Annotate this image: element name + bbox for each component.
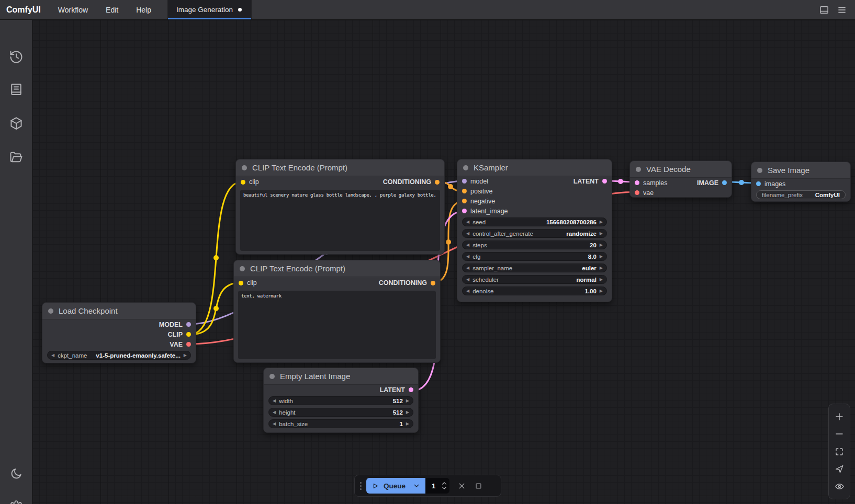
increment-arrow-icon[interactable]: ▶ <box>600 220 603 224</box>
increment-arrow-icon[interactable]: ▶ <box>600 243 603 247</box>
node-title-bar[interactable]: Empty Latent Image <box>264 368 418 385</box>
latent-output-dot[interactable] <box>409 387 413 392</box>
drag-handle-icon[interactable] <box>360 482 362 490</box>
conditioning-output-dot[interactable] <box>431 281 435 285</box>
node-title-bar[interactable]: VAE Decode <box>630 161 732 178</box>
widget-sampler-name[interactable]: ◀sampler_nameeuler▶ <box>462 264 607 272</box>
model-input-dot[interactable] <box>462 179 467 184</box>
widget-height[interactable]: ◀height512▶ <box>268 408 413 417</box>
increment-arrow-icon[interactable]: ▶ <box>600 266 603 270</box>
queue-button[interactable]: Queue <box>366 478 425 494</box>
batch-count-input[interactable]: 1 <box>425 478 449 494</box>
node-clip-text-encode-negative[interactable]: CLIP Text Encode (Prompt) clip CONDITION… <box>233 260 441 363</box>
vae-input-dot[interactable] <box>635 190 639 195</box>
prompt-textarea[interactable]: beautiful scenery nature glass bottle la… <box>240 190 440 251</box>
node-vae-decode[interactable]: VAE Decode samples IMAGE vae <box>629 161 732 198</box>
increment-arrow-icon[interactable]: ▶ <box>600 278 603 282</box>
latent-output-dot[interactable] <box>602 179 607 184</box>
decrement-arrow-icon[interactable]: ◀ <box>466 255 469 259</box>
model-library-icon[interactable] <box>9 116 24 131</box>
widget-ckpt-name[interactable]: ◀ ckpt_name v1-5-pruned-emaonly.safete..… <box>47 351 191 360</box>
decrement-arrow-icon[interactable]: ◀ <box>466 289 469 293</box>
decrement-arrow-icon[interactable]: ◀ <box>466 220 469 224</box>
node-graph-canvas[interactable] <box>32 20 855 504</box>
node-empty-latent-image[interactable]: Empty Latent Image LATENT ◀width512▶ ◀he… <box>263 368 419 433</box>
widget-control-after-generate[interactable]: ◀control_after_generaterandomize▶ <box>462 229 607 238</box>
decrement-arrow-icon[interactable]: ◀ <box>273 399 276 403</box>
increment-arrow-icon[interactable]: ▶ <box>600 255 603 259</box>
node-clip-text-encode-positive[interactable]: CLIP Text Encode (Prompt) clip CONDITION… <box>235 159 445 255</box>
samples-input-dot[interactable] <box>635 180 639 185</box>
increment-arrow-icon[interactable]: ▶ <box>406 399 409 403</box>
vae-output-dot[interactable] <box>186 342 191 347</box>
node-ksampler[interactable]: KSampler model LATENT positive negative … <box>457 159 612 302</box>
node-title-bar[interactable]: KSampler <box>457 159 612 176</box>
model-output-dot[interactable] <box>186 322 191 327</box>
decrement-arrow-icon[interactable]: ◀ <box>466 232 469 236</box>
widget-seed[interactable]: ◀seed156680208700286▶ <box>462 217 607 226</box>
node-save-image[interactable]: Save Image images filename_prefix ComfyU… <box>751 162 851 202</box>
clip-input-dot[interactable] <box>241 180 245 185</box>
decrement-chevron-icon[interactable] <box>442 486 447 490</box>
increment-arrow-icon[interactable]: ▶ <box>600 289 603 293</box>
settings-gear-icon[interactable] <box>9 500 24 504</box>
clip-output-dot[interactable] <box>186 332 191 337</box>
collapse-dot-icon[interactable] <box>463 165 468 170</box>
positive-input-dot[interactable] <box>462 189 467 193</box>
stop-icon[interactable] <box>474 481 483 490</box>
widget-scheduler[interactable]: ◀schedulernormal▶ <box>462 275 607 284</box>
queue-dropdown-chevron-icon[interactable] <box>410 482 420 489</box>
collapse-dot-icon[interactable] <box>636 167 641 172</box>
increment-arrow-icon[interactable]: ▶ <box>184 353 187 358</box>
hamburger-menu-icon[interactable] <box>836 4 848 16</box>
widget-cfg[interactable]: ◀cfg8.0▶ <box>462 252 607 261</box>
select-mode-cursor-icon[interactable] <box>834 464 845 474</box>
toggle-link-visibility-eye-icon[interactable] <box>834 482 845 492</box>
node-library-icon[interactable] <box>9 82 24 97</box>
latent-image-input-dot[interactable] <box>462 209 467 213</box>
node-load-checkpoint[interactable]: Load Checkpoint MODEL CLIP VAE ◀ ckpt_na… <box>42 302 196 363</box>
decrement-arrow-icon[interactable]: ◀ <box>466 278 469 282</box>
clip-input-dot[interactable] <box>239 281 243 285</box>
fit-view-icon[interactable] <box>834 446 845 457</box>
prompt-textarea[interactable]: text, watermark <box>238 291 436 359</box>
clear-queue-icon[interactable] <box>457 481 466 490</box>
image-output-dot[interactable] <box>722 180 727 185</box>
theme-moon-icon[interactable] <box>9 466 24 481</box>
node-title-bar[interactable]: CLIP Text Encode (Prompt) <box>236 159 444 176</box>
menu-workflow[interactable]: Workflow <box>49 0 97 19</box>
unsaved-indicator-dot[interactable] <box>238 8 242 12</box>
conditioning-output-dot[interactable] <box>435 180 440 185</box>
increment-arrow-icon[interactable]: ▶ <box>406 422 409 426</box>
negative-input-dot[interactable] <box>462 199 467 203</box>
widget-width[interactable]: ◀width512▶ <box>268 396 413 405</box>
widget-steps[interactable]: ◀steps20▶ <box>462 240 607 249</box>
decrement-arrow-icon[interactable]: ◀ <box>273 422 276 426</box>
menu-help[interactable]: Help <box>127 0 160 19</box>
zoom-out-icon[interactable] <box>834 429 845 439</box>
collapse-dot-icon[interactable] <box>757 168 762 173</box>
history-icon[interactable] <box>9 50 24 64</box>
collapse-dot-icon[interactable] <box>240 266 245 271</box>
increment-arrow-icon[interactable]: ▶ <box>406 410 409 415</box>
increment-chevron-icon[interactable] <box>442 482 447 485</box>
workflows-folder-icon[interactable] <box>9 150 24 165</box>
decrement-arrow-icon[interactable]: ◀ <box>273 410 276 415</box>
decrement-arrow-icon[interactable]: ◀ <box>51 353 54 358</box>
decrement-arrow-icon[interactable]: ◀ <box>466 243 469 247</box>
collapse-dot-icon[interactable] <box>242 165 247 170</box>
increment-arrow-icon[interactable]: ▶ <box>600 232 603 236</box>
node-title-bar[interactable]: Save Image <box>751 162 850 179</box>
bottom-panel-toggle-icon[interactable] <box>818 4 830 16</box>
widget-batch-size[interactable]: ◀batch_size1▶ <box>268 419 413 428</box>
node-title-bar[interactable]: Load Checkpoint <box>42 303 196 319</box>
collapse-dot-icon[interactable] <box>48 308 53 314</box>
tab-image-generation[interactable]: Image Generation <box>168 0 252 19</box>
menu-edit[interactable]: Edit <box>97 0 127 19</box>
zoom-in-icon[interactable] <box>834 411 845 422</box>
widget-denoise[interactable]: ◀denoise1.00▶ <box>462 287 607 295</box>
widget-filename-prefix[interactable]: filename_prefix ComfyUI <box>756 190 846 199</box>
node-title-bar[interactable]: CLIP Text Encode (Prompt) <box>234 260 440 277</box>
collapse-dot-icon[interactable] <box>269 374 275 379</box>
decrement-arrow-icon[interactable]: ◀ <box>466 266 469 270</box>
